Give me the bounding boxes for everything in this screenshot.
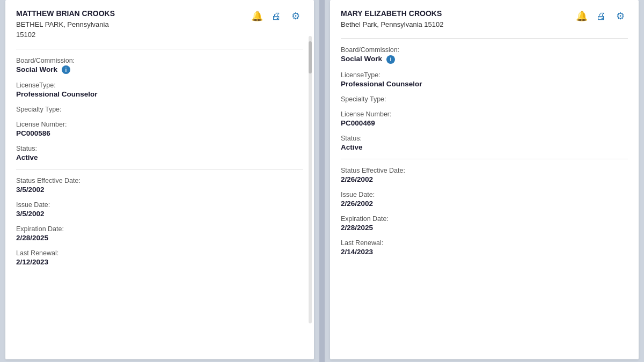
last-renewal-group-mary: Last Renewal: 2/14/2023 <box>341 239 628 256</box>
board-commission-group-matthew: Board/Commission: Social Work i <box>16 57 303 74</box>
expiration-date-label-mary: Expiration Date: <box>341 215 628 223</box>
icon-group-mary: 🔔 🖨 ⚙ <box>574 9 628 24</box>
status-label-mary: Status: <box>341 135 628 142</box>
card-identity-matthew: MATTHEW BRIAN CROOKS BETHEL PARK, Pennsy… <box>16 9 115 40</box>
license-type-value-mary: Professional Counselor <box>341 80 628 88</box>
issue-date-value-matthew: 3/5/2002 <box>16 210 303 218</box>
license-number-value-mary: PC000469 <box>341 119 628 127</box>
license-type-label-matthew: LicenseType: <box>16 82 303 89</box>
divider-top-matthew <box>16 49 303 49</box>
status-eff-date-label-mary: Status Effective Date: <box>341 167 628 174</box>
license-number-group-matthew: License Number: PC000586 <box>16 121 303 137</box>
card-address-line2-matthew: 15102 <box>16 29 115 40</box>
left-card-wrapper: MATTHEW BRIAN CROOKS BETHEL PARK, Pennsy… <box>0 0 319 362</box>
specialty-type-group-matthew: Specialty Type: <box>16 106 303 113</box>
last-renewal-value-mary: 2/14/2023 <box>341 248 628 256</box>
expiration-date-value-mary: 2/28/2025 <box>341 224 628 232</box>
last-renewal-label-matthew: Last Renewal: <box>16 249 303 257</box>
license-number-label-mary: License Number: <box>341 110 628 118</box>
license-type-group-mary: LicenseType: Professional Counselor <box>341 71 628 88</box>
license-type-group-matthew: LicenseType: Professional Counselor <box>16 82 303 98</box>
icon-group-matthew: 🔔 🖨 ⚙ <box>250 9 303 24</box>
status-value-mary: Active <box>341 143 628 151</box>
divider-top-mary <box>341 38 628 39</box>
issue-date-label-mary: Issue Date: <box>341 191 628 198</box>
page-container: MATTHEW BRIAN CROOKS BETHEL PARK, Pennsy… <box>0 0 644 362</box>
last-renewal-value-matthew: 2/12/2023 <box>16 258 303 266</box>
status-eff-date-value-matthew: 3/5/2002 <box>16 186 303 194</box>
gear-icon-mary[interactable]: ⚙ <box>613 9 628 24</box>
status-group-mary: Status: Active <box>341 135 628 151</box>
issue-date-group-matthew: Issue Date: 3/5/2002 <box>16 201 303 218</box>
board-commission-value-mary: Social Work i <box>341 55 628 63</box>
card-name-matthew: MATTHEW BRIAN CROOKS <box>16 9 115 19</box>
scrollbar-track-matthew[interactable] <box>309 36 312 323</box>
status-value-matthew: Active <box>16 153 303 161</box>
card-address-line1-mary: Bethel Park, Pennsylvania 15102 <box>341 19 444 30</box>
specialty-type-label-matthew: Specialty Type: <box>16 106 303 113</box>
bell-icon-matthew[interactable]: 🔔 <box>250 9 265 24</box>
last-renewal-group-matthew: Last Renewal: 2/12/2023 <box>16 249 303 266</box>
divider-mid-matthew <box>16 169 303 169</box>
info-icon-mary[interactable]: i <box>386 55 395 64</box>
specialty-type-label-mary: Specialty Type: <box>341 95 628 103</box>
card-name-mary: MARY ELIZABETH CROOKS <box>341 9 444 19</box>
status-eff-date-value-mary: 2/26/2002 <box>341 175 628 183</box>
right-card-wrapper: MARY ELIZABETH CROOKS Bethel Park, Penns… <box>325 0 644 362</box>
print-icon-mary[interactable]: 🖨 <box>594 9 609 24</box>
scrollbar-thumb-matthew[interactable] <box>309 41 312 73</box>
expiration-date-value-matthew: 2/28/2025 <box>16 234 303 242</box>
print-icon-matthew[interactable]: 🖨 <box>269 9 284 24</box>
expiration-date-label-matthew: Expiration Date: <box>16 225 303 233</box>
last-renewal-label-mary: Last Renewal: <box>341 239 628 247</box>
status-group-matthew: Status: Active <box>16 145 303 161</box>
license-number-label-matthew: License Number: <box>16 121 303 128</box>
center-divider <box>319 0 325 362</box>
status-eff-date-group-matthew: Status Effective Date: 3/5/2002 <box>16 177 303 194</box>
info-icon-matthew[interactable]: i <box>62 65 70 74</box>
divider-mid-mary <box>341 159 628 159</box>
board-commission-group-mary: Board/Commission: Social Work i <box>341 46 628 63</box>
issue-date-value-mary: 2/26/2002 <box>341 200 628 208</box>
gear-icon-matthew[interactable]: ⚙ <box>288 9 303 24</box>
license-number-value-matthew: PC000586 <box>16 129 303 137</box>
license-number-group-mary: License Number: PC000469 <box>341 110 628 127</box>
status-eff-date-label-matthew: Status Effective Date: <box>16 177 303 184</box>
issue-date-group-mary: Issue Date: 2/26/2002 <box>341 191 628 208</box>
board-commission-label-matthew: Board/Commission: <box>16 57 303 64</box>
card-identity-mary: MARY ELIZABETH CROOKS Bethel Park, Penns… <box>341 9 444 29</box>
board-commission-value-matthew: Social Work i <box>16 65 303 74</box>
card-header-mary: MARY ELIZABETH CROOKS Bethel Park, Penns… <box>341 9 628 29</box>
bell-icon-mary[interactable]: 🔔 <box>574 9 589 24</box>
status-label-matthew: Status: <box>16 145 303 152</box>
specialty-type-group-mary: Specialty Type: <box>341 95 628 103</box>
board-commission-label-mary: Board/Commission: <box>341 46 628 54</box>
expiration-date-group-matthew: Expiration Date: 2/28/2025 <box>16 225 303 242</box>
card-address-line1-matthew: BETHEL PARK, Pennsylvania <box>16 19 115 30</box>
status-eff-date-group-mary: Status Effective Date: 2/26/2002 <box>341 167 628 183</box>
expiration-date-group-mary: Expiration Date: 2/28/2025 <box>341 215 628 232</box>
license-type-label-mary: LicenseType: <box>341 71 628 79</box>
license-type-value-matthew: Professional Counselor <box>16 90 303 98</box>
issue-date-label-matthew: Issue Date: <box>16 201 303 209</box>
card-header-matthew: MATTHEW BRIAN CROOKS BETHEL PARK, Pennsy… <box>16 9 303 40</box>
card-matthew: MATTHEW BRIAN CROOKS BETHEL PARK, Pennsy… <box>5 0 314 359</box>
card-mary: MARY ELIZABETH CROOKS Bethel Park, Penns… <box>330 0 639 359</box>
